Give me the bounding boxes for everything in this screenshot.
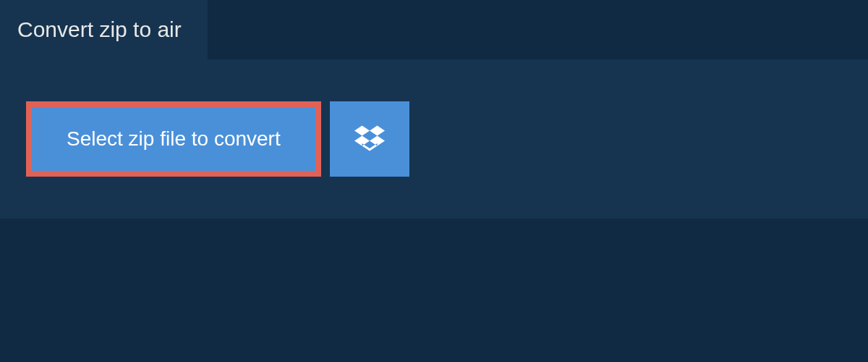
select-file-label: Select zip file to convert <box>67 127 281 151</box>
content-panel: Select zip file to convert <box>0 59 868 219</box>
bottom-area <box>0 219 868 334</box>
button-group: Select zip file to convert <box>26 101 409 177</box>
dropbox-icon <box>354 123 385 156</box>
tab-bar: Convert zip to air <box>0 0 868 59</box>
tab-convert[interactable]: Convert zip to air <box>0 0 208 59</box>
dropbox-button[interactable] <box>330 101 409 177</box>
tab-label: Convert zip to air <box>17 17 182 41</box>
select-file-button[interactable]: Select zip file to convert <box>26 101 321 177</box>
